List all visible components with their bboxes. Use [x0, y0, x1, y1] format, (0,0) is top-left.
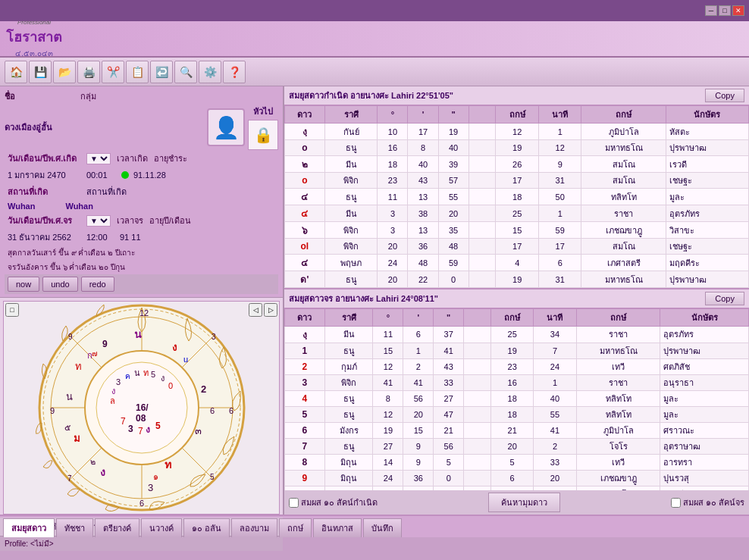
svg-text:น: น [66, 391, 73, 402]
table1-body: งฺ กันย์ 10 17 19 12 1 ภูมิปาโล หัสตะ o … [285, 124, 749, 288]
table2-header-row: ดาว ราศี ° ' " ถกษ์ นาที ถกษ์ นักษัตร [285, 308, 749, 326]
table2-row: 9 มิถุน 24 36 0 6 20 เภชฌขาฎู ปุนรวสุ [285, 470, 749, 486]
tool-print[interactable]: 🖨️ [77, 61, 100, 83]
svg-text:5: 5 [151, 370, 155, 379]
col-planet: ดาว [285, 106, 325, 124]
col2-min: ' [403, 308, 434, 326]
table2-copy-button[interactable]: Copy [705, 292, 744, 305]
toolbar: 🏠 💾 📂 🖨️ ✂️ 📋 ↩️ 🔍 ⚙️ ❓ [0, 58, 749, 86]
tab-6[interactable]: ถกษ์ [279, 518, 312, 537]
search-label2: สมผส ๑๐ สัคน์จร [683, 496, 744, 509]
col-rasi: ราศี [324, 106, 378, 124]
tool-paste[interactable]: 📋 [126, 61, 149, 83]
location1: Wuhan [8, 202, 35, 211]
app-name: โฮราสาต [6, 26, 62, 48]
tab-5[interactable]: ลองบาม [231, 518, 277, 537]
table1-header-row: ดาว ราศี ° ' " ถกษ์ นาที ถกษ์ นักษัตร [285, 106, 749, 124]
table2-row: 2 กุมภ์ 12 2 43 23 24 เทวี ศตภิสัช [285, 358, 749, 374]
redo-button[interactable]: redo [81, 277, 114, 292]
tab-1[interactable]: ทัชชา [56, 518, 93, 537]
tool-settings[interactable]: ⚙️ [199, 61, 221, 83]
table1-section: สมยุสดาวกำเนิด อายนางศะ Lahiri 22°51'05"… [284, 86, 749, 289]
table1-row: ๔ มีน 3 38 20 25 1 ราชา อุตรภัทร [285, 205, 749, 222]
dob-row: วัน/เดือน/ปีพ.ศ.เกิด ▼ เวลาเกิด อายุชำระ [5, 150, 278, 167]
col-sec: " [438, 106, 469, 124]
current-date-row: วัน/เดือน/ปีพ.ศ.จร ▼ เวลาจร อายุปี/เดือน [5, 212, 278, 229]
now-button[interactable]: now [8, 277, 39, 292]
undo-button[interactable]: undo [42, 277, 77, 292]
tool-cut[interactable]: ✂️ [102, 61, 124, 83]
svg-text:3: 3 [128, 424, 133, 434]
bottom-tabs: สมยุสดาวทัชชาตรียางค์นวางค์๑๐ อลันลองบาม… [0, 515, 749, 537]
svg-text:7: 7 [67, 474, 72, 483]
svg-text:ง: ง [161, 374, 165, 383]
tool-help[interactable]: ❓ [223, 61, 246, 83]
search-checkbox2[interactable] [671, 498, 681, 508]
svg-text:๓: ๓ [195, 425, 202, 436]
name-value: ดวงเมืองอู่ฮั้น [5, 120, 52, 134]
svg-text:ง: ง [146, 424, 150, 435]
table1-row: งฺ กันย์ 10 17 19 12 1 ภูมิปาโล หัสตะ [285, 124, 749, 140]
table2-body: งฺ มีน 11 6 37 25 34 ราชา อุตรภัทร 1 ธนู… [285, 326, 749, 490]
current-date-select[interactable]: ▼ [86, 215, 111, 227]
col-min: ' [408, 106, 438, 124]
col-nadi: นาที [538, 106, 581, 124]
svg-text:12: 12 [139, 308, 149, 318]
svg-text:6: 6 [210, 406, 215, 415]
maximize-button[interactable]: □ [719, 5, 731, 16]
tab-8[interactable]: บันทึก [363, 518, 402, 537]
time-value: 00:01 [86, 171, 117, 180]
profile-value: <ไม่มี> [30, 540, 54, 548]
user-info: ชื่อ กลุ่ม ดวงเมืองอู่ฮั้น 👤 หัวไป 🔒 [0, 86, 283, 298]
table1-row: ๖ พิจิก 3 13 35 15 59 เภชฌขาฎู วิสาขะ [285, 222, 749, 239]
svg-text:๕: ๕ [64, 423, 71, 432]
svg-text:9: 9 [68, 333, 73, 341]
note2: จรวันอังคาร ขึ้น ๖ ค่ำเดือน ๒๐ ปีกุน [5, 260, 278, 274]
table1-copy-button[interactable]: Copy [705, 89, 744, 102]
svg-text:ล: ล [110, 396, 115, 405]
tool-undo[interactable]: ↩️ [150, 61, 173, 83]
tab-4[interactable]: ๑๐ อลัน [183, 518, 230, 537]
title-bar-buttons: ─ □ ✕ [705, 5, 744, 16]
svg-text:ม: ม [74, 433, 80, 444]
search-checkbox2-area: สมผส ๑๐ สัคน์จร [671, 496, 744, 509]
dob-select[interactable]: ▼ [86, 153, 111, 164]
table1: ดาว ราศี ° ' " ถกษ์ นาที ถกษ์ นักษัตร [284, 105, 749, 288]
group-value: หัวไป [253, 105, 273, 118]
svg-text:3: 3 [148, 482, 153, 493]
search-checkbox1[interactable] [289, 498, 299, 508]
dob-value-row: 1 มกราคม 2470 00:01 91.11.28 [5, 167, 278, 183]
tab-7[interactable]: อินทภาส [313, 518, 362, 537]
tool-save[interactable]: 💾 [29, 61, 52, 83]
search-label1: สมผส ๑๐ สัคน์กำเนิด [301, 496, 378, 509]
col2-nakshatra-head: ถกษ์ [576, 308, 660, 326]
chart-tool1[interactable]: □ [5, 303, 19, 317]
svg-text:08: 08 [136, 413, 146, 424]
tab-0[interactable]: สมยุสดาว [3, 518, 55, 537]
close-button[interactable]: ✕ [732, 5, 744, 16]
col-deg: ° [378, 106, 408, 124]
svg-text:ง: ง [172, 342, 177, 353]
minimize-button[interactable]: ─ [705, 5, 717, 16]
search-checkbox1-area: สมผส ๑๐ สัคน์กำเนิด [289, 496, 378, 509]
status-label: สถานที่เกิด [8, 185, 83, 199]
chart-tool3[interactable]: ▷ [264, 303, 277, 317]
location2: Wuhan [65, 202, 92, 211]
time-label: เวลาเกิด [117, 152, 148, 165]
table2-row: 8 มิถุน 14 9 5 5 33 เทวี อารทรา [285, 454, 749, 470]
tab-2[interactable]: ตรียางค์ [95, 518, 139, 537]
svg-text:6: 6 [139, 499, 144, 508]
chart-tool2[interactable]: ◁ [249, 303, 262, 317]
tab-3[interactable]: นวางค์ [141, 518, 182, 537]
svg-text:๗: ๗ [92, 349, 98, 358]
tool-home[interactable]: 🏠 [5, 61, 27, 83]
table2-header: สมยุสดาวจร อายนางศะ Lahiri 24°08'11" Cop… [284, 289, 749, 308]
col2-sec: " [434, 308, 464, 326]
tool-open[interactable]: 📂 [53, 61, 76, 83]
table1-row: o พิจิก 23 43 57 17 31 สมโณ เชษฐะ [285, 173, 749, 189]
table2-row: งฺ มีน 11 6 37 25 34 ราชา อุตรภัทร [285, 326, 749, 343]
tool-search[interactable]: 🔍 [174, 61, 197, 83]
age-value: 91.11.28 [133, 171, 166, 180]
search-button[interactable]: ค้นหามุมดาว [488, 493, 560, 512]
table2: ดาว ราศี ° ' " ถกษ์ นาที ถกษ์ นักษัตร [284, 308, 749, 491]
